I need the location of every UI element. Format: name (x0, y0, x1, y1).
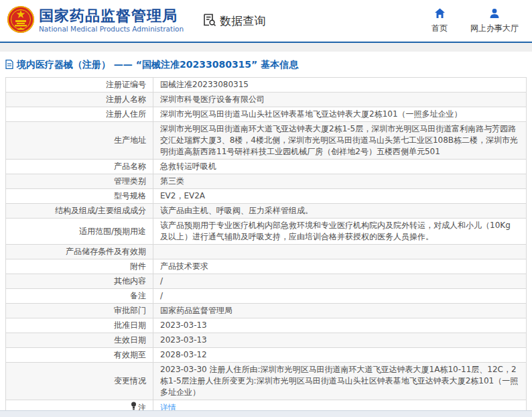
row-label: 注册证编号 (6, 78, 153, 93)
table-row: 变更情况 2023-03-30 注册人住所由:深圳市光明区马田街道南环大道飞亚达… (6, 363, 527, 400)
table-row: 有效期至 2028-03-12 (6, 348, 527, 363)
row-value: 深圳市光明区马田街道南环大道飞亚达钟表大厦2栋1-5层，深圳市光明区马田街道富利… (153, 122, 527, 160)
row-value: 深圳市光明区马田街道马山头社区钟表基地飞亚达钟表大厦2栋101（一照多址企业） (153, 107, 527, 122)
row-value: / (153, 289, 527, 304)
table-row: 生产地址 深圳市光明区马田街道南环大道飞亚达钟表大厦2栋1-5层，深圳市光明区马… (6, 122, 527, 160)
row-value: 产品技术要求 (153, 259, 527, 274)
data-query-icon (202, 13, 216, 29)
row-label: 生产地址 (6, 122, 153, 160)
table-row: 产品名称 急救转运呼吸机 (6, 160, 527, 174)
row-label: 审批部门 (6, 304, 153, 318)
table-row: 备注 / (6, 289, 527, 304)
nav-home-label: 首页 (431, 23, 448, 34)
row-label: 变更情况 (6, 363, 153, 400)
footer-band (0, 410, 532, 417)
table-row: 批准日期 2023-03-13 (6, 318, 527, 333)
org-name-cn: 国家药品监督管理局 (39, 8, 184, 24)
row-value: 国械注准20233080315 (153, 78, 527, 93)
row-label: 管理类别 (6, 174, 153, 189)
table-row: 结构及组成/主要组成成分 该产品由主机、呼吸阀、压力采样管组成。 (6, 204, 527, 219)
row-label: 注册人名称 (6, 93, 153, 107)
national-emblem-logo (7, 5, 35, 36)
table-row: 注册人住所 深圳市光明区马田街道马山头社区钟表基地飞亚达钟表大厦2栋101（一照… (6, 107, 527, 122)
site-header: 国家药品监督管理局 National Medical Products Admi… (0, 0, 532, 43)
header-gray-band (0, 43, 532, 52)
registration-info-table: 注册证编号 国械注准20233080315 注册人名称 深圳市科曼医疗设备有限公… (5, 77, 527, 416)
row-label: 批准日期 (6, 318, 153, 333)
page-title: 境内医疗器械（注册） —— “国械注准20233080315” 基本信息 (5, 59, 527, 71)
row-value: 2023-03-30 注册人住所由:深圳市光明区马田街道南环大道飞亚达钟表大厦1… (153, 363, 527, 400)
page-title-text: 境内医疗器械（注册） —— “国械注准20233080315” 基本信息 (17, 59, 298, 71)
row-value: EV2，EV2A (153, 189, 527, 204)
org-names: 国家药品监督管理局 National Medical Products Admi… (39, 8, 184, 34)
row-label: 生效日期 (6, 333, 153, 348)
table-row: 注册人名称 深圳市科曼医疗设备有限公司 (6, 93, 527, 107)
row-value: 国家药品监督管理局 (153, 304, 527, 318)
table-row: 生效日期 2023-03-13 (6, 333, 527, 348)
home-icon (434, 8, 446, 21)
table-row: 其他内容 / (6, 274, 527, 289)
row-value: 第三类 (153, 174, 527, 189)
nav-service-hall-label: 网上办事大厅 (470, 23, 519, 34)
row-label: 产品储存条件及有效期 (6, 245, 153, 259)
row-value: / (153, 274, 527, 289)
row-value: 2028-03-12 (153, 348, 527, 363)
row-label: 结构及组成/主要组成成分 (6, 204, 153, 219)
row-value: 深圳市科曼医疗设备有限公司 (153, 93, 527, 107)
row-label: 注册人住所 (6, 107, 153, 122)
nav-data-query[interactable]: 数据查询 (202, 13, 265, 29)
org-name-en: National Medical Products Administration (39, 25, 184, 34)
nav-home[interactable]: 首页 (431, 8, 448, 34)
user-icon (489, 8, 500, 21)
table-row: 型号规格 EV2，EV2A (6, 189, 527, 204)
table-row: 附件 产品技术要求 (6, 259, 527, 274)
row-label: 有效期至 (6, 348, 153, 363)
logo-area: 国家药品监督管理局 National Medical Products Admi… (7, 5, 184, 36)
header-right-nav: 首页 网上办事大厅 (431, 8, 519, 34)
row-value: 该产品预期用于专业医疗机构内部急救环境和专业医疗机构院内及院外转运，对成人和小儿… (153, 219, 527, 245)
row-label: 产品名称 (6, 160, 153, 174)
row-value: 急救转运呼吸机 (153, 160, 527, 174)
row-label: 其他内容 (6, 274, 153, 289)
row-label: 型号规格 (6, 189, 153, 204)
row-value (153, 245, 527, 259)
row-label: 适用范围/预期用途 (6, 219, 153, 245)
row-value: 该产品由主机、呼吸阀、压力采样管组成。 (153, 204, 527, 219)
row-label: 附件 (6, 259, 153, 274)
table-row: 产品储存条件及有效期 (6, 245, 527, 259)
nav-service-hall[interactable]: 网上办事大厅 (470, 8, 519, 34)
data-query-label: 数据查询 (220, 13, 265, 29)
table-row: 审批部门 国家药品监督管理局 (6, 304, 527, 318)
row-value: 2023-03-13 (153, 333, 527, 348)
table-row: 注册证编号 国械注准20233080315 (6, 78, 527, 93)
document-icon (5, 60, 13, 71)
row-label: 备注 (6, 289, 153, 304)
table-row: 管理类别 第三类 (6, 174, 527, 189)
row-value: 2023-03-13 (153, 318, 527, 333)
table-row: 适用范围/预期用途 该产品预期用于专业医疗机构内部急救环境和专业医疗机构院内及院… (6, 219, 527, 245)
